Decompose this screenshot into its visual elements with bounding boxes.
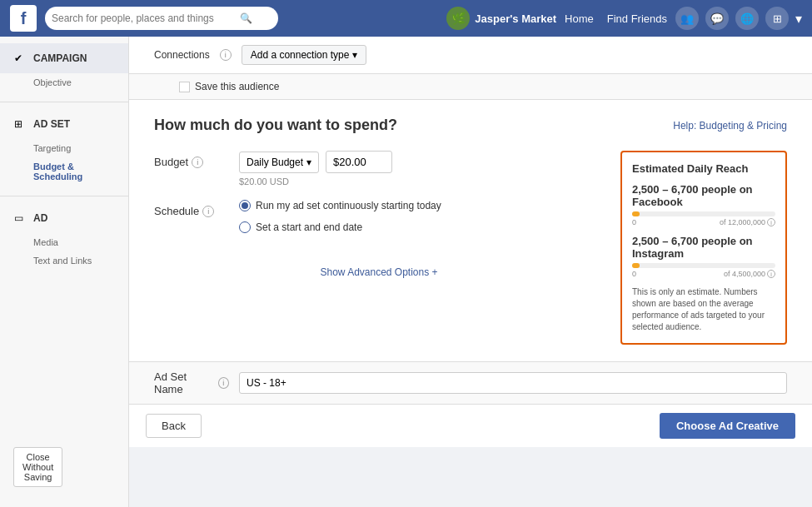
schedule-radio-daterange[interactable]: Set a start and end date: [239, 221, 441, 233]
budget-form-row: Budget i Daily Budget ▾ $20.0: [154, 151, 604, 186]
sidebar-item-adset[interactable]: ⊞ AD SET: [0, 109, 128, 139]
sidebar-sub-objective[interactable]: Objective: [0, 73, 128, 92]
adset-name-input[interactable]: [239, 372, 787, 394]
show-advanced-link[interactable]: Show Advanced Options +: [154, 253, 604, 291]
add-connection-label: Add a connection type: [251, 49, 350, 61]
nav-home[interactable]: Home: [565, 12, 594, 25]
close-without-saving-button[interactable]: Close Without Saving: [13, 447, 62, 487]
back-button[interactable]: Back: [146, 414, 202, 438]
content-area: Connections i Add a connection type ▾ Sa…: [129, 37, 812, 507]
sidebar-item-ad[interactable]: ▭ AD: [0, 203, 128, 233]
sidebar-ad-label: AD: [33, 212, 47, 224]
facebook-logo: f: [10, 5, 37, 32]
messages-icon[interactable]: 💬: [705, 7, 729, 30]
radio-daterange-label: Set a start and end date: [256, 221, 362, 233]
choose-ad-creative-button[interactable]: Choose Ad Creative: [660, 413, 795, 439]
save-audience-checkbox[interactable]: [179, 82, 190, 92]
schedule-label-col: Schedule i: [154, 200, 229, 217]
facebook-reach-max: of 12,000,000: [720, 218, 765, 226]
budget-amount-input[interactable]: [326, 151, 392, 173]
add-connection-button[interactable]: Add a connection type ▾: [242, 45, 367, 65]
ad-icon: ▭: [10, 210, 27, 226]
campaign-icon: ✔: [10, 50, 27, 67]
sidebar-item-campaign[interactable]: ✔ CAMPAIGN: [0, 43, 128, 73]
sidebar-sub-budget[interactable]: Budget & Scheduling: [0, 157, 128, 186]
adset-name-bar: Ad Set Name i: [129, 361, 812, 404]
nav-icons: 👥 💬 🌐 ⊞ ▾: [675, 7, 802, 30]
facebook-reach-number: 2,500 – 6,700 people on Facebook: [632, 183, 775, 208]
sidebar-divider-1: [0, 102, 128, 102]
radio-continuous-btn[interactable]: [239, 200, 251, 211]
grid-icon[interactable]: ⊞: [765, 7, 789, 30]
estimated-reach-panel: Estimated Daily Reach 2,500 – 6,700 peop…: [620, 151, 787, 345]
connections-bar: Connections i Add a connection type ▾: [129, 37, 812, 74]
nav-more-icon[interactable]: ▾: [795, 11, 802, 27]
adset-name-label: Ad Set Name: [154, 370, 215, 395]
budget-controls-col: Daily Budget ▾ $20.00 USD: [239, 151, 392, 186]
budget-type-label: Daily Budget: [247, 157, 303, 168]
budget-label: Budget: [154, 156, 188, 168]
radio-daterange-btn[interactable]: [239, 221, 251, 233]
adset-icon: ⊞: [10, 116, 27, 132]
schedule-controls: Run my ad set continuously starting toda…: [239, 200, 441, 240]
nav-links: Home Find Friends: [565, 12, 667, 25]
search-input[interactable]: [52, 12, 235, 24]
budget-info-icon[interactable]: i: [192, 157, 203, 168]
save-audience-label: Save this audience: [195, 81, 279, 92]
sidebar-divider-2: [0, 196, 128, 196]
facebook-reach-info-icon[interactable]: i: [767, 218, 775, 226]
sidebar-campaign-section: ✔ CAMPAIGN Objective: [0, 43, 128, 92]
schedule-radio-continuous[interactable]: Run my ad set continuously starting toda…: [239, 200, 441, 211]
sidebar-sub-textlinks[interactable]: Text and Links: [0, 251, 128, 270]
notifications-icon[interactable]: 🌐: [735, 7, 759, 30]
schedule-info-icon[interactable]: i: [202, 206, 214, 217]
instagram-reach-max: of 4,500,000: [724, 270, 765, 278]
nav-find-friends[interactable]: Find Friends: [607, 12, 667, 25]
dropdown-chevron-icon: ▾: [306, 157, 311, 168]
budget-type-dropdown[interactable]: Daily Budget ▾: [239, 152, 319, 173]
top-navigation: f 🔍 🌿 Jasper's Market Home Find Friends …: [0, 0, 812, 37]
schedule-form-row: Schedule i Run my ad set continuously st…: [154, 200, 604, 240]
dropdown-arrow-icon: ▾: [352, 49, 357, 61]
facebook-reach-min: 0: [632, 218, 636, 226]
facebook-reach-section: 2,500 – 6,700 people on Facebook 0 of 12…: [632, 183, 775, 226]
sidebar-sub-targeting[interactable]: Targeting: [0, 139, 128, 157]
instagram-reach-min: 0: [632, 270, 636, 278]
facebook-reach-bar-container: [632, 211, 775, 216]
budget-left-col: Budget i Daily Budget ▾ $20.0: [154, 151, 604, 345]
schedule-label: Schedule: [154, 205, 199, 217]
budget-label-col: Budget i: [154, 151, 229, 168]
adset-label-col: Ad Set Name i: [154, 370, 229, 395]
instagram-reach-section: 2,500 – 6,700 people on Instagram 0 of 4…: [632, 235, 775, 278]
search-icon: 🔍: [240, 12, 252, 24]
brand-icon: 🌿: [446, 7, 470, 30]
connections-info-icon[interactable]: i: [220, 49, 232, 61]
facebook-reach-bar: [632, 211, 640, 216]
sidebar-sub-media[interactable]: Media: [0, 233, 128, 251]
budget-controls: Daily Budget ▾: [239, 151, 392, 173]
search-bar[interactable]: 🔍: [45, 7, 278, 30]
instagram-reach-info-icon[interactable]: i: [767, 270, 775, 278]
sidebar-adset-label: AD SET: [33, 118, 70, 130]
instagram-reach-bar-container: [632, 263, 775, 268]
reach-disclaimer: This is only an estimate. Numbers shown …: [632, 286, 775, 333]
instagram-reach-labels: 0 of 4,500,000 i: [632, 270, 775, 278]
budget-currency-label: $20.00 USD: [239, 176, 392, 186]
instagram-reach-number: 2,500 – 6,700 people on Instagram: [632, 235, 775, 260]
adset-name-info-icon[interactable]: i: [218, 377, 229, 389]
sidebar-ad-section: ▭ AD Media Text and Links: [0, 203, 128, 270]
budget-section-title: How much do you want to spend?: [154, 117, 397, 134]
sidebar-campaign-label: CAMPAIGN: [33, 52, 87, 64]
sidebar: ✔ CAMPAIGN Objective ⊞ AD SET Targeting …: [0, 37, 129, 507]
friends-icon[interactable]: 👥: [675, 7, 699, 30]
budget-header: How much do you want to spend? Help: Bud…: [154, 117, 787, 134]
brand-label: Jasper's Market: [475, 12, 556, 25]
help-link[interactable]: Help: Budgeting & Pricing: [673, 120, 787, 132]
estimated-reach-title: Estimated Daily Reach: [632, 162, 775, 175]
facebook-reach-labels: 0 of 12,000,000 i: [632, 218, 775, 226]
sidebar-adset-section: ⊞ AD SET Targeting Budget & Scheduling: [0, 109, 128, 186]
radio-continuous-label: Run my ad set continuously starting toda…: [256, 200, 441, 211]
connections-label: Connections: [154, 49, 210, 61]
brand-name[interactable]: 🌿 Jasper's Market: [446, 7, 556, 30]
instagram-reach-bar: [632, 263, 640, 268]
